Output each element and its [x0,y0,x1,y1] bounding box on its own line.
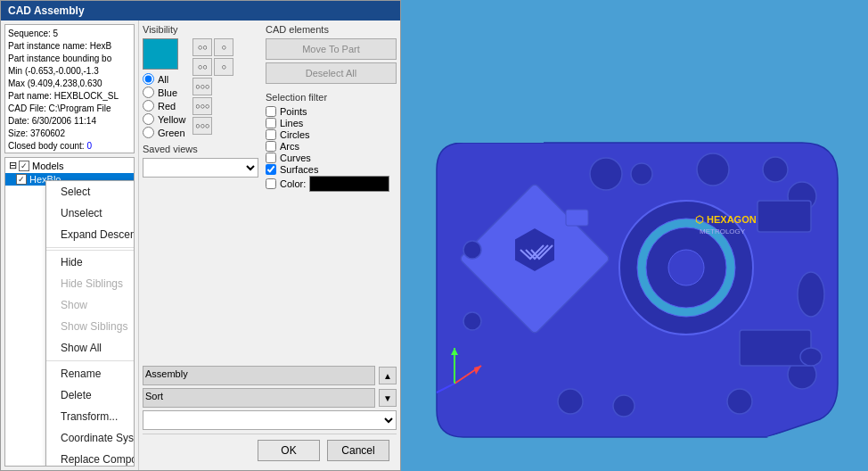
filter-points-label: Points [280,106,307,117]
move-to-part-button[interactable]: Move To Part [266,38,397,60]
cancel-button[interactable]: Cancel [327,440,389,461]
tree-root[interactable]: ⊟ Models [5,158,134,173]
vis-btn-5[interactable]: ○○○ [192,78,212,95]
vis-btn-7[interactable]: ○○○ [192,117,212,135]
assembly-area: Assembly ▲ Sort ▼ [143,366,397,430]
svg-point-15 [613,395,635,417]
seq-line6: Part name: HEXBLOCK_SL [8,90,131,103]
sort-row: Sort ▼ [143,388,397,408]
sort-down-arrow[interactable]: ▼ [379,389,397,407]
model-tree: ⊟ Models HexBlo Select Unselect Expand D… [4,157,135,467]
menu-coordinate-system[interactable]: Coordinate System... [46,427,135,449]
visibility-icons: ○○ ○ ○○ ○ ○○○ ○○○ [192,38,233,135]
radio-blue[interactable]: Blue [143,87,185,98]
saved-views-dropdown[interactable] [143,158,258,178]
filter-color-label: Color: [280,178,306,189]
menu-transform[interactable]: Transform... [46,406,135,427]
menu-hide[interactable]: Hide [46,250,135,273]
visibility-section: Visibility All Blue [143,24,258,192]
root-checkbox[interactable] [19,161,29,171]
filter-circles[interactable]: Circles [266,129,397,140]
radio-blue-label: Blue [158,87,177,98]
svg-point-12 [463,241,481,259]
seq-line7: CAD File: C:\Program File [8,103,131,115]
radio-all[interactable]: All [143,73,185,85]
color-preview-box: All Blue Red Yellow [143,38,185,138]
vis-btn-6[interactable]: ○○○ [192,97,212,115]
seq-line5: Max (9.409,4.238,0.630 [8,78,131,90]
svg-point-10 [763,157,788,182]
selection-filter-section: Selection filter Points Lines Circles [266,92,397,192]
seq-line10: Closed body count: 0 [8,140,131,153]
radio-yellow[interactable]: Yellow [143,113,185,125]
color-swatch-filter[interactable] [309,176,389,192]
menu-show-all[interactable]: Show All [46,337,135,359]
vis-btn-2[interactable]: ○ [214,38,233,56]
menu-unselect[interactable]: Unselect [46,202,135,224]
radio-green[interactable]: Green [143,127,185,138]
visibility-title: Visibility [143,24,258,35]
svg-rect-18 [757,201,811,232]
sort-input[interactable]: Sort [143,388,375,408]
vis-btn-1[interactable]: ○○ [192,38,212,56]
3d-viewport[interactable]: ⬡ HEXAGON METROLOGY [401,0,868,471]
menu-replace-component[interactable]: Replace Component › [46,449,135,467]
cad-elements-section: CAD elements Move To Part Deselect All S… [266,24,397,192]
seq-line3: Part instance bounding bo [8,53,131,65]
menu-show-siblings: Show Siblings [46,316,135,337]
menu-hide-siblings: Hide Siblings [46,273,135,294]
menu-select[interactable]: Select [46,181,135,202]
top-section: Visibility All Blue [143,24,397,192]
svg-point-8 [631,163,652,185]
sort-dropdown[interactable] [143,410,397,430]
svg-point-13 [463,312,481,330]
seq-line9: Size: 3760602 [8,128,131,140]
dialog-title: CAD Assembly [1,1,400,21]
filter-circles-label: Circles [280,129,310,140]
svg-point-16 [727,389,752,414]
menu-sep-2 [46,360,135,361]
sequence-info: Sequence: 5 Part instance name: HexB Par… [4,24,135,153]
saved-views-section: Saved views [143,144,258,178]
seq-line8: Date: 6/30/2006 11:14 [8,115,131,128]
filter-arcs[interactable]: Arcs [266,141,397,152]
filter-surfaces[interactable]: Surfaces [266,164,397,175]
ok-button[interactable]: OK [258,440,320,461]
filter-curves-label: Curves [280,153,311,163]
assembly-up-arrow[interactable]: ▲ [379,367,397,384]
seq-line2: Part instance name: HexB [8,40,131,53]
color-swatch-preview [143,38,178,70]
vis-btn-3[interactable]: ○○ [192,58,212,76]
tree-root-label: Models [32,161,63,171]
radio-green-label: Green [158,128,185,138]
filter-curves[interactable]: Curves [266,153,397,163]
selection-filter-title: Selection filter [266,92,397,103]
vis-btn-4[interactable]: ○ [214,58,233,76]
filter-color[interactable]: Color: [266,176,397,192]
svg-point-21 [800,348,822,366]
child-checkbox[interactable] [16,174,27,185]
menu-show: Show [46,294,135,316]
menu-delete[interactable]: Delete [46,384,135,406]
context-menu: Select Unselect Expand Descendants Hide … [45,180,135,467]
menu-rename[interactable]: Rename [46,363,135,384]
deselect-all-button[interactable]: Deselect All [266,62,397,84]
filter-points[interactable]: Points [266,106,397,117]
right-panel: Visibility All Blue [139,21,400,470]
seq-line11: Open body count: 1 [8,153,131,153]
cad-scene-svg: ⬡ HEXAGON METROLOGY [401,0,868,471]
radio-yellow-label: Yellow [158,114,185,125]
svg-text:METROLOGY: METROLOGY [700,227,746,236]
filter-arcs-label: Arcs [280,141,299,152]
svg-rect-19 [740,330,811,366]
radio-red[interactable]: Red [143,100,185,112]
filter-lines[interactable]: Lines [266,118,397,128]
filter-lines-label: Lines [280,118,303,128]
svg-rect-22 [566,210,588,226]
left-panel: Sequence: 5 Part instance name: HexB Par… [1,21,139,470]
menu-expand-descendants[interactable]: Expand Descendants [46,224,135,245]
cad-elements-title: CAD elements [266,24,397,35]
assembly-input[interactable]: Assembly [143,366,375,385]
dialog-footer: OK Cancel [143,434,397,467]
radio-all-label: All [158,74,168,85]
